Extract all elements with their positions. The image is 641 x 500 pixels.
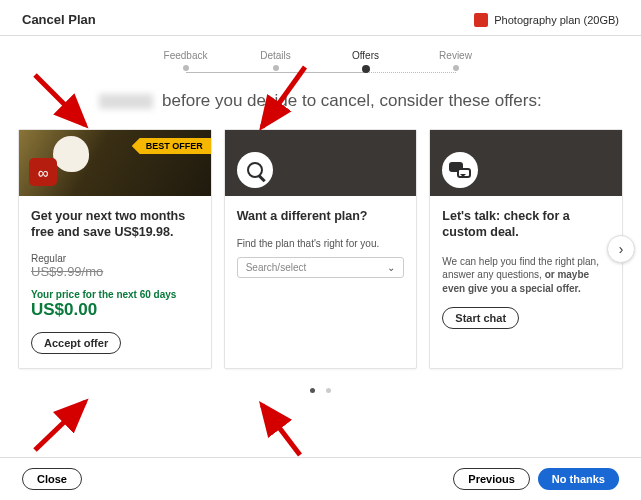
- plan-icon: [474, 13, 488, 27]
- modal-header: Cancel Plan Photography plan (20GB): [0, 0, 641, 36]
- chat-help-text: We can help you find the right plan, ans…: [442, 255, 610, 296]
- best-offer-ribbon: BEST OFFER: [132, 138, 211, 154]
- progress-stepper: Feedback Details Offers Review: [0, 36, 641, 79]
- chevron-right-icon: ›: [619, 241, 624, 257]
- carousel-dots: [0, 369, 641, 401]
- chat-icon: [442, 152, 478, 188]
- chat-title: Let's talk: check for a custom deal.: [442, 208, 610, 241]
- main-heading: before you decide to cancel, consider th…: [0, 79, 641, 129]
- search-icon: [237, 152, 273, 188]
- price-note: Your price for the next 60 days: [31, 289, 199, 300]
- chevron-down-icon: ⌄: [387, 262, 395, 273]
- card-hero-dark: [430, 130, 622, 196]
- switch-plan-title: Want a different plan?: [237, 208, 405, 224]
- card-hero-dark: [225, 130, 417, 196]
- creative-cloud-icon: ∞: [29, 158, 57, 186]
- plan-badge: Photography plan (20GB): [474, 13, 619, 27]
- carousel-next-button[interactable]: ›: [607, 235, 635, 263]
- plan-name: Photography plan (20GB): [494, 14, 619, 26]
- plan-select-placeholder: Search/select: [246, 262, 307, 273]
- carousel-dot-1[interactable]: [310, 388, 315, 393]
- offer-cards-row: ∞ BEST OFFER Get your next two months fr…: [0, 129, 641, 369]
- flower-image: [53, 136, 89, 172]
- step-details: Details: [231, 50, 321, 71]
- no-thanks-button[interactable]: No thanks: [538, 468, 619, 490]
- carousel-dot-2[interactable]: [326, 388, 331, 393]
- previous-button[interactable]: Previous: [453, 468, 529, 490]
- step-feedback: Feedback: [141, 50, 231, 71]
- step-offers: Offers: [321, 50, 411, 73]
- card-different-plan: Want a different plan? Find the plan tha…: [224, 129, 418, 369]
- switch-plan-subtitle: Find the plan that's right for you.: [237, 238, 405, 249]
- card-chat-deal: Let's talk: check for a custom deal. We …: [429, 129, 623, 369]
- blurred-name: [99, 94, 153, 109]
- modal-footer: Close Previous No thanks: [0, 457, 641, 500]
- regular-label: Regular: [31, 253, 199, 264]
- offer-title: Get your next two months free and save U…: [31, 208, 199, 241]
- accept-offer-button[interactable]: Accept offer: [31, 332, 121, 354]
- card-best-offer: ∞ BEST OFFER Get your next two months fr…: [18, 129, 212, 369]
- cancel-plan-modal: Cancel Plan Photography plan (20GB) Feed…: [0, 0, 641, 500]
- step-review: Review: [411, 50, 501, 71]
- regular-price-strikethrough: US$9.99/mo: [31, 264, 199, 279]
- page-title: Cancel Plan: [22, 12, 96, 27]
- close-button[interactable]: Close: [22, 468, 82, 490]
- card-hero-image: ∞ BEST OFFER: [19, 130, 211, 196]
- start-chat-button[interactable]: Start chat: [442, 307, 519, 329]
- plan-select-dropdown[interactable]: Search/select ⌄: [237, 257, 405, 278]
- offer-price: US$0.00: [31, 300, 199, 320]
